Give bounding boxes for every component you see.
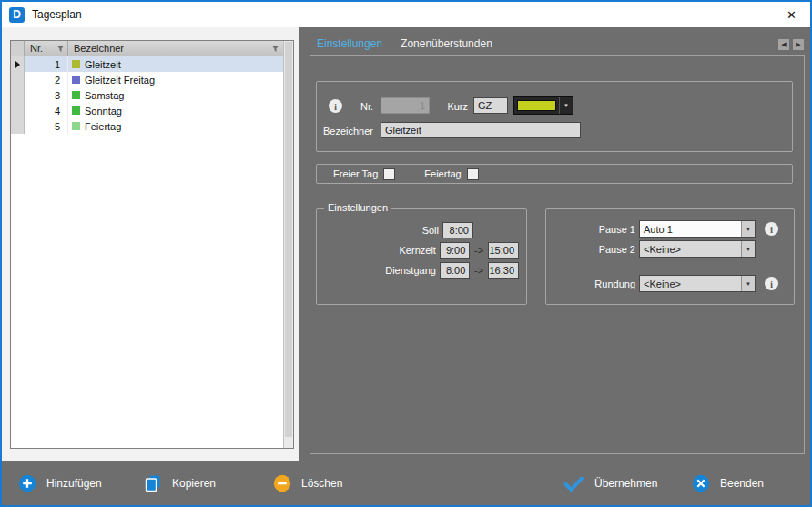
dropdown-arrow-icon[interactable]: ▼ <box>741 241 755 257</box>
row-name: Sonntag <box>85 106 122 117</box>
footer-bar: Hinzufügen Kopieren Löschen Übernehmen B… <box>2 461 810 505</box>
row-selector <box>11 103 25 118</box>
column-header-nr[interactable]: Nr. <box>25 41 68 56</box>
pause2-label: Pause 2 <box>553 244 635 255</box>
row-nr: 1 <box>25 56 68 72</box>
title-bar: D Tagesplan ✕ <box>2 2 810 27</box>
close-icon[interactable]: ✕ <box>780 6 803 24</box>
row-name: Feiertag <box>85 121 121 132</box>
tagesplan-window: D Tagesplan ✕ Nr. Bezeichner <box>0 0 812 507</box>
row-color-swatch <box>72 76 80 84</box>
row-color-swatch <box>72 106 80 115</box>
einstellungen-group: Einstellungen Soll 8:00 Kernzeit 9:00 ->… <box>316 208 527 305</box>
row-nr: 2 <box>25 72 68 87</box>
table-row[interactable]: 1 Gleitzeit <box>11 56 283 72</box>
color-swatch <box>517 100 556 111</box>
identity-group: i Nr. 1 Kurz GZ ▼ Bezeichner Gleitzeit <box>316 81 793 152</box>
feiertag-checkbox[interactable] <box>467 168 479 180</box>
header-gutter <box>11 41 25 56</box>
row-color-swatch <box>72 60 80 68</box>
day-flags-group: Freier Tag Feiertag <box>316 164 793 184</box>
tab-zonenueberstunden[interactable]: Zonenüberstunden <box>401 37 492 56</box>
kernzeit-bis-input[interactable]: 15:00 <box>488 242 519 259</box>
soll-row: Soll 8:00 <box>324 222 519 238</box>
dienstgang-von-input[interactable]: 8:00 <box>440 262 470 279</box>
kopieren-button[interactable]: Kopieren <box>144 474 216 492</box>
loeschen-button[interactable]: Löschen <box>273 474 342 492</box>
info-icon[interactable]: i <box>765 277 778 290</box>
row-selector <box>11 72 25 87</box>
row-color-swatch <box>72 122 80 130</box>
table-row[interactable]: 5 Feiertag <box>11 118 283 134</box>
color-picker[interactable]: ▼ <box>513 96 573 115</box>
range-arrow: -> <box>473 245 484 256</box>
table-scrollbar[interactable] <box>283 41 293 448</box>
copy-icon <box>144 474 162 492</box>
left-pane: Nr. Bezeichner 1 Gleitzeit <box>2 27 299 461</box>
soll-label: Soll <box>324 225 439 236</box>
kernzeit-label: Kernzeit <box>324 245 436 256</box>
kurz-input[interactable]: GZ <box>473 97 508 114</box>
rundung-row: Rundung <Keine> ▼ i <box>553 275 778 292</box>
tab-page-frame: i Nr. 1 Kurz GZ ▼ Bezeichner Gleitzeit F… <box>310 55 805 454</box>
hinzufuegen-button[interactable]: Hinzufügen <box>18 474 102 492</box>
table-row[interactable]: 2 Gleitzeit Freitag <box>11 72 283 87</box>
freier-tag-label: Freier Tag <box>333 168 378 179</box>
pause2-row: Pause 2 <Keine> ▼ <box>553 240 756 258</box>
row-nr: 3 <box>25 87 68 103</box>
bezeichner-input[interactable]: Gleitzeit <box>381 122 581 138</box>
loeschen-label: Löschen <box>301 477 342 490</box>
row-nr: 4 <box>25 103 68 118</box>
kopieren-label: Kopieren <box>172 477 216 490</box>
scrollbar-thumb[interactable] <box>285 42 292 437</box>
color-dropdown-icon[interactable]: ▼ <box>559 97 573 114</box>
x-circle-icon <box>692 474 710 492</box>
filter-icon[interactable] <box>271 45 279 53</box>
pause1-dropdown[interactable]: Auto 1 ▼ <box>639 220 756 238</box>
tab-bar: Einstellungen Zonenüberstunden <box>317 37 492 56</box>
pause1-value: Auto 1 <box>644 224 673 235</box>
next-record-icon[interactable]: ▶ <box>792 38 805 51</box>
range-arrow: -> <box>473 265 484 276</box>
nr-label: Nr. <box>317 101 373 112</box>
tagesplan-table: Nr. Bezeichner 1 Gleitzeit <box>10 40 294 449</box>
column-nr-label: Nr. <box>30 43 43 54</box>
info-icon[interactable]: i <box>765 222 778 236</box>
selected-row-arrow-icon <box>15 61 20 68</box>
pausen-group: Pause 1 Auto 1 ▼ i Pause 2 <Keine> ▼ <box>545 208 795 305</box>
column-bezeichner-label: Bezeichner <box>74 43 124 54</box>
window-title: Tagesplan <box>32 8 82 21</box>
pause1-row: Pause 1 Auto 1 ▼ i <box>553 220 778 238</box>
app-logo-icon: D <box>9 7 25 23</box>
table-row[interactable]: 4 Sonntag <box>11 103 283 118</box>
checkmark-icon <box>563 474 584 492</box>
dropdown-arrow-icon[interactable]: ▼ <box>741 276 755 291</box>
column-header-bezeichner[interactable]: Bezeichner <box>68 41 283 56</box>
beenden-button[interactable]: Beenden <box>692 474 764 492</box>
pause2-value: <Keine> <box>644 244 681 255</box>
einstellungen-group-title: Einstellungen <box>324 202 391 213</box>
row-color-swatch <box>72 91 80 99</box>
pause2-dropdown[interactable]: <Keine> ▼ <box>639 240 756 258</box>
plus-circle-icon <box>18 474 36 492</box>
row-name: Samstag <box>85 90 124 101</box>
row-selector <box>11 118 25 134</box>
freier-tag-checkbox[interactable] <box>383 168 395 180</box>
table-row[interactable]: 3 Samstag <box>11 87 283 103</box>
row-name: Gleitzeit <box>85 59 121 70</box>
uebernehmen-button[interactable]: Übernehmen <box>563 474 657 492</box>
row-name: Gleitzeit Freitag <box>85 75 155 86</box>
kernzeit-von-input[interactable]: 9:00 <box>440 242 470 259</box>
row-selector <box>11 56 25 72</box>
minus-circle-icon <box>273 474 291 492</box>
rundung-value: <Keine> <box>644 279 681 289</box>
kurz-label: Kurz <box>411 101 468 112</box>
soll-input[interactable]: 8:00 <box>442 222 473 238</box>
row-nr: 5 <box>25 118 68 134</box>
filter-icon[interactable] <box>56 45 65 53</box>
tab-einstellungen[interactable]: Einstellungen <box>317 37 382 56</box>
dienstgang-bis-input[interactable]: 16:30 <box>488 262 519 279</box>
rundung-dropdown[interactable]: <Keine> ▼ <box>639 275 756 292</box>
dropdown-arrow-icon[interactable]: ▼ <box>741 221 755 237</box>
prev-record-icon[interactable]: ◀ <box>777 38 790 51</box>
